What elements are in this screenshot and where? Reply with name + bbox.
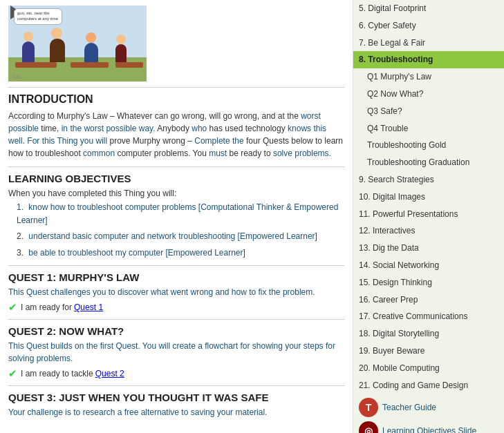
video-watermark: ©ic bbox=[12, 73, 21, 80]
video-speech-bubble: gun, etc. near the computers at any time bbox=[14, 8, 62, 25]
sidebar-item-item-5[interactable]: 5. Digital Footprint bbox=[353, 0, 504, 17]
sidebar-item-item-19[interactable]: 19. Buyer Beware bbox=[353, 343, 504, 360]
sidebar-nav-list: 5. Digital Footprint6. Cyber Safety7. Be… bbox=[353, 0, 504, 394]
teacher-guide-label: Teacher Guide bbox=[382, 403, 436, 412]
teacher-guide-icon: T bbox=[359, 398, 378, 417]
quest2-ready-row: ✔ I am ready to tackle Quest 2 bbox=[8, 367, 344, 380]
sidebar-item-item-7[interactable]: 7. Be Legal & Fair bbox=[353, 35, 504, 52]
quest2-check-icon: ✔ bbox=[8, 367, 17, 380]
sidebar-item-item-12[interactable]: 12. Interactives bbox=[353, 222, 504, 240]
quest2-link[interactable]: Quest 2 bbox=[95, 369, 124, 378]
sidebar-item-item-8-grad[interactable]: Troubleshooting Graduation bbox=[353, 154, 504, 171]
sidebar-item-item-8-q1[interactable]: Q1 Murphy's Law bbox=[353, 68, 504, 86]
sidebar-item-item-8-q3[interactable]: Q3 Safe? bbox=[353, 103, 504, 120]
quest1-ready-text: I am ready for bbox=[21, 302, 72, 312]
quest1-link[interactable]: Quest 1 bbox=[74, 302, 103, 312]
quest3-text: Your challenge is to research a free alt… bbox=[8, 406, 344, 418]
sidebar-item-item-21[interactable]: 21. Coding and Game Design bbox=[353, 377, 504, 394]
objective-1: 1. know how to troubleshoot computer pro… bbox=[17, 201, 344, 227]
sidebar-item-item-20[interactable]: 20. Mobile Computing bbox=[353, 360, 504, 377]
sidebar-item-item-17[interactable]: 17. Creative Communications bbox=[353, 308, 504, 325]
learning-objectives-icon: ◎ bbox=[359, 421, 378, 433]
sidebar-item-item-15[interactable]: 15. Design Thinking bbox=[353, 274, 504, 291]
sidebar-item-item-11[interactable]: 11. Powerful Presentations bbox=[353, 206, 504, 223]
divider-2 bbox=[8, 166, 344, 167]
quest2-ready-text: I am ready to tackle bbox=[21, 369, 93, 378]
quest1-ready-row: ✔ I am ready for Quest 1 bbox=[8, 301, 344, 314]
video-thumbnail[interactable]: gun, etc. near the computers at any time… bbox=[8, 6, 147, 81]
sidebar-item-item-6[interactable]: 6. Cyber Safety bbox=[353, 17, 504, 35]
sidebar-resources: TTeacher Guide◎Learning Objectives Slide… bbox=[353, 394, 504, 433]
sidebar-item-item-8[interactable]: 8. Troubleshooting bbox=[353, 51, 504, 68]
divider-5 bbox=[8, 385, 344, 386]
resource-teacher-guide[interactable]: TTeacher Guide bbox=[359, 398, 498, 417]
quest3-title: QUEST 3: JUST WHEN YOU THOUGHT IT WAS SA… bbox=[8, 392, 344, 403]
quest1-check-icon: ✔ bbox=[8, 301, 17, 314]
sidebar-item-item-13[interactable]: 13. Dig the Data bbox=[353, 240, 504, 257]
divider-3 bbox=[8, 265, 344, 266]
resource-learning-objectives[interactable]: ◎Learning Objectives Slide bbox=[359, 421, 498, 433]
intro-title: INTRODUCTION bbox=[8, 93, 344, 106]
learning-title: LEARNING OBJECTIVES bbox=[8, 173, 344, 184]
sidebar-item-item-10[interactable]: 10. Digital Images bbox=[353, 189, 504, 206]
sidebar-item-item-8-gold[interactable]: Troubleshooting Gold bbox=[353, 137, 504, 154]
objective-3: 3. be able to troubleshoot my computer [… bbox=[17, 247, 344, 260]
objective-2: 2. understand basic computer and network… bbox=[17, 230, 344, 243]
divider-1 bbox=[8, 87, 344, 88]
intro-paragraph: According to Murphy's Law – Whatever can… bbox=[8, 110, 344, 160]
sidebar-item-item-9[interactable]: 9. Search Strategies bbox=[353, 171, 504, 189]
sidebar-item-item-8-q4[interactable]: Q4 Trouble bbox=[353, 120, 504, 137]
learning-objectives-label: Learning Objectives Slide bbox=[382, 426, 476, 433]
learning-intro: When you have completed this Thing you w… bbox=[8, 189, 344, 198]
objectives-list: 1. know how to troubleshoot computer pro… bbox=[8, 201, 344, 260]
main-content: gun, etc. near the computers at any time… bbox=[0, 0, 353, 433]
quest1-text: This Quest challenges you to discover wh… bbox=[8, 286, 344, 298]
quest1-title: QUEST 1: MURPHY'S LAW bbox=[8, 271, 344, 283]
quest2-text: This Quest builds on the first Quest. Yo… bbox=[8, 340, 344, 365]
sidebar-item-item-16[interactable]: 16. Career Prep bbox=[353, 291, 504, 309]
sidebar-item-item-14[interactable]: 14. Social Networking bbox=[353, 257, 504, 274]
sidebar-item-item-8-q2[interactable]: Q2 Now What? bbox=[353, 86, 504, 103]
divider-4 bbox=[8, 319, 344, 320]
sidebar-item-item-18[interactable]: 18. Digital Storytelling bbox=[353, 325, 504, 343]
quest2-title: QUEST 2: NOW WHAT? bbox=[8, 325, 344, 337]
sidebar: 5. Digital Footprint6. Cyber Safety7. Be… bbox=[353, 0, 504, 433]
